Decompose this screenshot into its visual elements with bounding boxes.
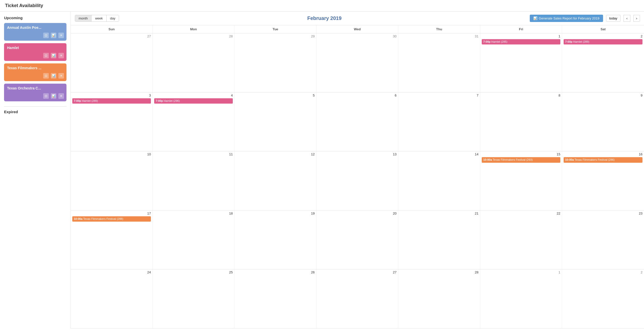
event-time: 7:00p [74, 99, 81, 102]
day-number: 30 [318, 34, 397, 38]
view-month-button[interactable]: month [75, 15, 91, 21]
event-name: Hamlet (285) [491, 40, 508, 43]
day-number: 27 [318, 270, 397, 274]
day-number: 28 [154, 34, 233, 38]
day-cell-1-4: 7 [398, 92, 480, 151]
day-number: 15 [482, 152, 560, 156]
day-cell-2-2: 12 [235, 151, 316, 210]
day-cell-0-0: 27 [71, 33, 153, 92]
day-number: 4 [154, 93, 233, 97]
calendar-event[interactable]: 10:00aTexas Filmmakers Festival (293) [482, 157, 560, 162]
day-cell-4-5: 1 [480, 269, 562, 328]
day-cell-1-6: 9 [562, 92, 644, 151]
chart-icon[interactable]: 📊 [51, 53, 56, 58]
event-name: Hamlet (289) [573, 40, 589, 43]
chart-icon[interactable]: 📊 [51, 93, 56, 99]
week-row-3: 1710:00aTexas Filmmakers Festival (288)1… [71, 210, 644, 270]
week-row-0: 272829303117:00pHamlet (285)27:00pHamlet… [71, 33, 644, 92]
day-cell-4-4: 28 [398, 269, 480, 328]
week-row-2: 10111213141510:00aTexas Filmmakers Festi… [71, 151, 644, 210]
day-number: 16 [564, 152, 642, 156]
event-name: Hamlet (289) [82, 99, 98, 102]
expired-label: Expired [4, 110, 66, 114]
event-card-texas-orchestra[interactable]: Texas Orchestra C... ⊡ 📊 ✕ [4, 84, 66, 101]
day-cell-2-3: 13 [316, 151, 398, 210]
event-card-actions: ⊡ 📊 ✕ [43, 53, 64, 58]
chart-icon[interactable]: 📊 [51, 33, 56, 38]
day-cell-2-4: 14 [398, 151, 480, 210]
day-cell-1-0: 37:00pHamlet (289) [71, 92, 153, 151]
generate-report-button[interactable]: 📊 Generate Sales Report for February 201… [530, 15, 603, 22]
close-icon[interactable]: ✕ [58, 33, 64, 38]
calendar-title: February 2019 [122, 15, 526, 21]
divider [4, 106, 66, 107]
sidebar: Upcoming Annual Austin Poe... ⊡ 📊 ✕ Haml… [0, 12, 71, 328]
event-card-texas-filmmakers[interactable]: Texas Filmmakers ... ⊡ 📊 ✕ [4, 63, 66, 81]
day-number: 23 [564, 211, 642, 215]
day-number: 17 [72, 211, 151, 215]
close-icon[interactable]: ✕ [58, 53, 64, 58]
day-header-tue: Tue [235, 25, 316, 33]
chart-icon[interactable]: 📊 [51, 73, 56, 79]
day-number: 28 [400, 270, 478, 274]
day-number: 18 [154, 211, 233, 215]
event-card-actions: ⊡ 📊 ✕ [43, 33, 64, 38]
day-cell-3-3: 20 [316, 210, 398, 269]
event-time: 10:00a [74, 217, 82, 220]
event-cards-container: Annual Austin Poe... ⊡ 📊 ✕ Hamlet ⊡ 📊 ✕ … [4, 23, 66, 101]
day-headers: SunMonTueWedThuFriSat [71, 25, 644, 33]
week-row-1: 37:00pHamlet (289)47:00pHamlet (296)5678… [71, 92, 644, 152]
view-buttons: month week day [75, 15, 119, 22]
event-card-hamlet[interactable]: Hamlet ⊡ 📊 ✕ [4, 43, 66, 61]
calendar-event[interactable]: 7:00pHamlet (289) [72, 98, 151, 104]
calendar-event[interactable]: 7:00pHamlet (296) [154, 98, 233, 104]
day-cell-3-1: 18 [153, 210, 235, 269]
calendar-event[interactable]: 10:00aTexas Filmmakers Festival (288) [72, 216, 151, 222]
event-card-annual-austin[interactable]: Annual Austin Poe... ⊡ 📊 ✕ [4, 23, 66, 41]
day-cell-4-3: 27 [316, 269, 398, 328]
day-cell-4-0: 24 [71, 269, 153, 328]
event-card-title: Annual Austin Poe... [7, 26, 63, 30]
event-time: 10:00a [565, 158, 574, 161]
event-card-actions: ⊡ 📊 ✕ [43, 93, 64, 99]
weeks-container: 272829303117:00pHamlet (285)27:00pHamlet… [71, 33, 644, 328]
prev-nav-button[interactable]: ‹ [624, 15, 630, 22]
day-number: 31 [400, 34, 478, 38]
day-cell-0-4: 31 [398, 33, 480, 92]
view-day-button[interactable]: day [107, 15, 119, 21]
day-cell-4-1: 25 [153, 269, 235, 328]
upcoming-label: Upcoming [4, 16, 66, 20]
calendar-event[interactable]: 7:00pHamlet (289) [564, 39, 642, 44]
calendar-grid: SunMonTueWedThuFriSat 272829303117:00pHa… [71, 25, 644, 328]
page-title: Ticket Availability [0, 0, 644, 12]
day-number: 11 [154, 152, 233, 156]
day-number: 22 [482, 211, 560, 215]
day-cell-3-6: 23 [562, 210, 644, 269]
view-week-button[interactable]: week [91, 15, 106, 21]
calendar-event[interactable]: 10:00aTexas Filmmakers Festival (286) [564, 157, 642, 162]
day-header-fri: Fri [480, 25, 562, 33]
copy-icon[interactable]: ⊡ [43, 73, 49, 79]
event-time: 7:00p [156, 99, 163, 102]
day-number: 5 [236, 93, 315, 97]
copy-icon[interactable]: ⊡ [43, 53, 49, 58]
next-nav-button[interactable]: › [633, 15, 640, 22]
day-cell-2-1: 11 [153, 151, 235, 210]
day-cell-2-0: 10 [71, 151, 153, 210]
day-cell-0-1: 28 [153, 33, 235, 92]
close-icon[interactable]: ✕ [58, 93, 64, 99]
day-cell-3-4: 21 [398, 210, 480, 269]
day-number: 19 [236, 211, 315, 215]
day-number: 2 [564, 270, 642, 274]
copy-icon[interactable]: ⊡ [43, 33, 49, 38]
day-header-sat: Sat [562, 25, 644, 33]
day-cell-0-6: 27:00pHamlet (289) [562, 33, 644, 92]
calendar-event[interactable]: 7:00pHamlet (285) [482, 39, 560, 44]
day-cell-3-2: 19 [235, 210, 316, 269]
event-card-title: Hamlet [7, 46, 63, 50]
today-button[interactable]: today [606, 15, 621, 22]
close-icon[interactable]: ✕ [58, 73, 64, 79]
calendar-area: month week day February 2019 📊 Generate … [71, 12, 644, 328]
copy-icon[interactable]: ⊡ [43, 93, 49, 99]
day-number: 7 [400, 93, 478, 97]
